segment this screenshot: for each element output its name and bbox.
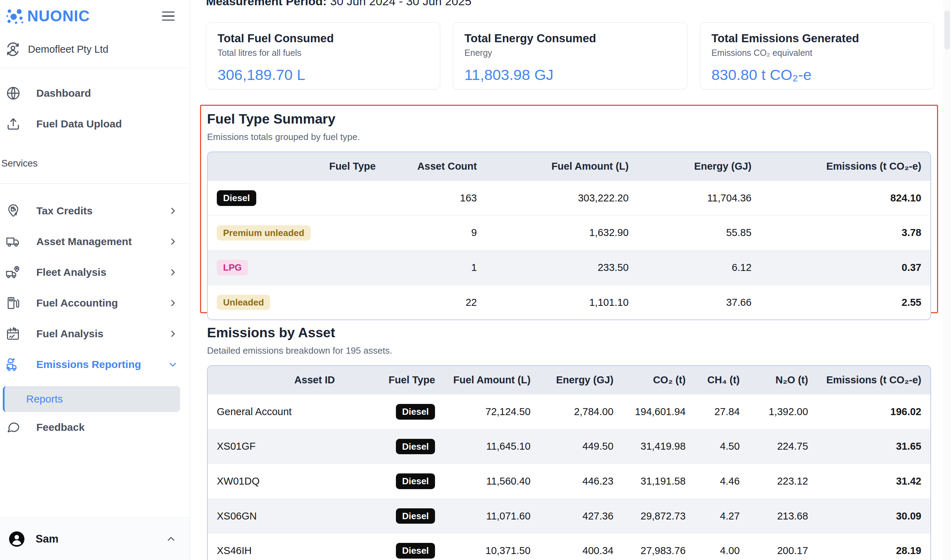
card-title: Total Energy Consumed xyxy=(464,32,676,45)
emissions-cell: 824.10 xyxy=(761,180,930,215)
column-header[interactable]: CO₂ (t) xyxy=(622,366,695,394)
sidebar-item-fuel-analysis[interactable]: Fuel Analysis xyxy=(0,318,190,349)
table-row[interactable]: General Account Diesel 72,124.50 2,784.0… xyxy=(208,394,930,429)
table-row[interactable]: Unleaded 22 1,101.10 37.66 2.55 xyxy=(208,285,930,320)
asset-count-cell: 9 xyxy=(385,215,486,250)
emissions-cell: 0.37 xyxy=(761,250,930,285)
fuel-type-badge: Diesel xyxy=(396,474,435,489)
fuel-type-badge: Diesel xyxy=(396,404,435,420)
sidebar-item-fleet-analysis[interactable]: Fleet Analysis xyxy=(0,257,190,288)
sidebar-item-feedback[interactable]: Feedback xyxy=(0,412,190,443)
column-header[interactable]: Fuel Type xyxy=(208,152,385,180)
column-header[interactable]: CH₄ (t) xyxy=(695,366,749,394)
column-header[interactable]: Emissions (t CO₂-e) xyxy=(817,366,930,394)
column-header[interactable]: N₂O (t) xyxy=(749,366,817,394)
user-menu[interactable]: Sam xyxy=(0,517,190,560)
column-header[interactable]: Asset ID xyxy=(208,366,344,394)
column-header[interactable]: Emissions (t CO₂-e) xyxy=(761,152,930,180)
asset-id-cell: XS06GN xyxy=(208,498,344,534)
table-row[interactable]: XS06GN Diesel 11,071.60 427.36 29,872.73… xyxy=(208,498,930,534)
ch4-cell: 4.27 xyxy=(695,498,749,534)
column-header[interactable]: Asset Count xyxy=(385,152,486,180)
main-content: Measurement Period:30 Jun 2024 - 30 Jun … xyxy=(191,0,951,560)
card-value: 11,803.98 GJ xyxy=(464,66,676,83)
summary-card: Total Emissions Generated Emissions CO₂ … xyxy=(700,22,934,89)
calendar-money-icon xyxy=(6,326,21,342)
fuel-amount-cell: 10,371.50 xyxy=(444,533,539,560)
sidebar-item-dashboard[interactable]: Dashboard xyxy=(0,78,190,109)
summary-card: Total Fuel Consumed Total litres for all… xyxy=(206,22,440,89)
co2-cell: 31,191.58 xyxy=(622,464,695,498)
column-header[interactable]: Fuel Amount (L) xyxy=(444,366,539,394)
asset-id-cell: XW01DQ xyxy=(208,464,344,498)
co2-cell: 194,601.94 xyxy=(622,394,695,429)
column-header[interactable]: Fuel Amount (L) xyxy=(486,152,638,180)
section-title: Emissions by Asset xyxy=(207,325,931,340)
section-title: Fuel Type Summary xyxy=(207,111,931,127)
section-subtitle: Detailed emissions breakdown for 195 ass… xyxy=(207,345,931,356)
chevron-right-icon xyxy=(168,206,177,215)
table-row[interactable]: XS46IH Diesel 10,371.50 400.34 27,983.76… xyxy=(208,533,930,560)
fuel-type-badge: Unleaded xyxy=(217,295,270,310)
fuel-amount-cell: 303,222.20 xyxy=(486,180,638,215)
sidebar-item-fuel-accounting[interactable]: Fuel Accounting xyxy=(0,288,190,318)
energy-cell: 446.23 xyxy=(540,464,623,498)
summary-cards: Total Fuel Consumed Total litres for all… xyxy=(206,22,934,89)
ch4-cell: 4.50 xyxy=(695,429,749,464)
sidebar-item-tax-credits[interactable]: Tax Credits xyxy=(0,195,190,226)
company-name: Demofleet Pty Ltd xyxy=(28,44,109,55)
summary-card: Total Energy Consumed Energy 11,803.98 G… xyxy=(453,22,687,89)
fuel-amount-cell: 1,632.90 xyxy=(486,215,638,250)
user-avatar xyxy=(8,531,25,548)
energy-cell: 37.66 xyxy=(638,285,761,320)
fuel-pump-icon xyxy=(6,295,21,311)
sidebar-item-fuel-data-upload[interactable]: Fuel Data Upload xyxy=(0,109,190,139)
column-header[interactable]: Energy (GJ) xyxy=(540,366,623,394)
sidebar-item-emissions-reporting[interactable]: Emissions Reporting xyxy=(0,349,190,380)
fuel-type-badge: Diesel xyxy=(396,508,435,524)
card-value: 306,189.70 L xyxy=(217,66,429,83)
n2o-cell: 223.12 xyxy=(749,464,817,498)
sidebar-nav-services: Tax Credits Asset Management xyxy=(0,184,190,443)
table-header: Asset IDFuel TypeFuel Amount (L)Energy (… xyxy=(208,366,930,394)
emissions-by-asset-table: Asset IDFuel TypeFuel Amount (L)Energy (… xyxy=(207,365,931,560)
table-row[interactable]: LPG 1 233.50 6.12 0.37 xyxy=(208,250,930,285)
page-scrollbar[interactable] xyxy=(943,0,951,560)
column-header[interactable]: Energy (GJ) xyxy=(638,152,761,180)
energy-cell: 6.12 xyxy=(638,250,761,285)
asset-id-cell: General Account xyxy=(208,394,344,429)
menu-toggle-button[interactable] xyxy=(161,10,176,22)
sidebar: NUONIC Demofleet Pty Ltd xyxy=(0,0,190,560)
services-section-label: Services xyxy=(0,158,190,171)
asset-count-cell: 22 xyxy=(385,285,486,320)
emissions-cell: 3.78 xyxy=(761,215,930,250)
sidebar-subitem-reports[interactable]: Reports xyxy=(3,386,180,412)
asset-id-cell: XS01GF xyxy=(208,429,344,464)
truck-emissions-icon xyxy=(6,357,21,372)
sidebar-item-asset-management[interactable]: Asset Management xyxy=(0,226,190,257)
chevron-down-icon xyxy=(168,360,177,369)
scrollbar-thumb[interactable] xyxy=(944,11,950,49)
emissions-cell: 31.42 xyxy=(817,464,930,498)
fuel-type-badge: Premium unleaded xyxy=(217,225,311,241)
emissions-by-asset-section: Emissions by Asset Detailed emissions br… xyxy=(200,318,938,560)
asset-count-cell: 1 xyxy=(385,250,486,285)
table-row[interactable]: XS01GF Diesel 11,645.10 449.50 31,419.98… xyxy=(208,429,930,464)
column-header[interactable]: Fuel Type xyxy=(344,366,444,394)
company-switcher[interactable]: Demofleet Pty Ltd xyxy=(5,41,183,57)
asset-id-cell: XS46IH xyxy=(208,533,344,560)
table-row[interactable]: Diesel 163 303,222.20 11,704.36 824.10 xyxy=(208,180,930,215)
table-row[interactable]: Premium unleaded 9 1,632.90 55.85 3.78 xyxy=(208,215,930,250)
emissions-cell: 196.02 xyxy=(817,394,930,429)
section-subtitle: Emissions totals grouped by fuel type. xyxy=(207,132,931,142)
nuonic-logo[interactable]: NUONIC xyxy=(6,7,90,26)
fuel-amount-cell: 72,124.50 xyxy=(444,394,539,429)
table-row[interactable]: XW01DQ Diesel 11,560.40 446.23 31,191.58… xyxy=(208,464,930,498)
co2-cell: 29,872.73 xyxy=(622,498,695,534)
card-subtitle: Emissions CO₂ equivalent xyxy=(711,48,923,58)
sidebar-item-label: Fuel Data Upload xyxy=(36,118,177,130)
card-value: 830.80 t CO₂-e xyxy=(711,66,923,83)
energy-cell: 400.34 xyxy=(540,533,623,560)
fuel-amount-cell: 233.50 xyxy=(486,250,638,285)
fuel-type-badge: Diesel xyxy=(396,439,435,455)
